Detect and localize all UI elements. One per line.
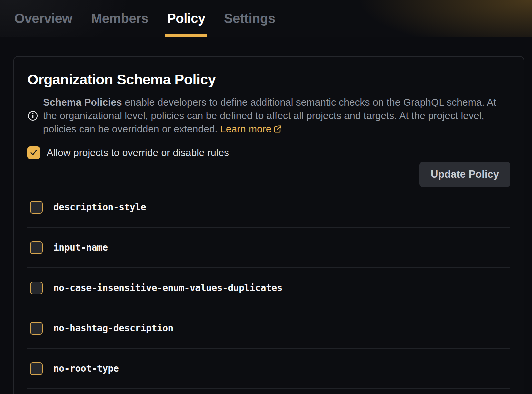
rule-name: no-root-type: [53, 363, 119, 374]
page-title: Organization Schema Policy: [27, 71, 510, 88]
active-tab-indicator: [165, 34, 207, 37]
policy-description-lead: Schema Policies: [43, 97, 122, 108]
rule-name: description-style: [53, 202, 146, 213]
rule-name: no-hashtag-description: [53, 323, 173, 334]
rule-name: input-name: [53, 242, 108, 253]
allow-override-checkbox[interactable]: [27, 146, 40, 159]
rule-row: no-hashtag-description: [27, 308, 510, 349]
tab-nav: Overview Members Policy Settings: [0, 0, 532, 37]
rule-row: no-case-insensitive-enum-values-duplicat…: [27, 268, 510, 308]
page-content: Organization Schema Policy Schema Polici…: [0, 37, 532, 394]
actions-row: Update Policy: [27, 162, 510, 187]
info-circle-icon: [27, 110, 38, 121]
learn-more-label: Learn more: [220, 123, 271, 134]
tab-overview-label: Overview: [14, 11, 72, 26]
tab-policy-label: Policy: [167, 11, 205, 26]
learn-more-link[interactable]: Learn more: [220, 123, 282, 134]
tab-settings[interactable]: Settings: [224, 0, 275, 37]
tab-overview[interactable]: Overview: [14, 0, 72, 37]
tab-policy[interactable]: Policy: [167, 0, 205, 37]
rule-name: no-case-insensitive-enum-values-duplicat…: [53, 282, 282, 293]
allow-override-label: Allow projects to override or disable ru…: [47, 147, 229, 158]
policy-info-callout: Schema Policies enable developers to def…: [27, 96, 510, 136]
tab-bar: Overview Members Policy Settings: [0, 0, 532, 37]
tab-members-label: Members: [91, 11, 148, 26]
policy-rules-list: description-style input-name no-case-ins…: [27, 187, 510, 389]
rule-checkbox[interactable]: [30, 322, 43, 335]
tab-settings-label: Settings: [224, 11, 275, 26]
rule-checkbox[interactable]: [30, 241, 43, 254]
schema-policy-card: Organization Schema Policy Schema Polici…: [13, 56, 524, 394]
rule-checkbox[interactable]: [30, 362, 43, 375]
rule-checkbox[interactable]: [30, 201, 43, 214]
rule-row: description-style: [27, 187, 510, 228]
allow-override-row[interactable]: Allow projects to override or disable ru…: [27, 146, 510, 159]
update-policy-button[interactable]: Update Policy: [419, 162, 510, 187]
rule-row: input-name: [27, 228, 510, 268]
policy-description: Schema Policies enable developers to def…: [43, 96, 503, 136]
checkmark-icon: [29, 148, 38, 157]
external-link-icon: [273, 125, 282, 133]
rule-row: no-root-type: [27, 349, 510, 389]
rule-checkbox[interactable]: [30, 282, 43, 294]
tab-members[interactable]: Members: [91, 0, 148, 37]
